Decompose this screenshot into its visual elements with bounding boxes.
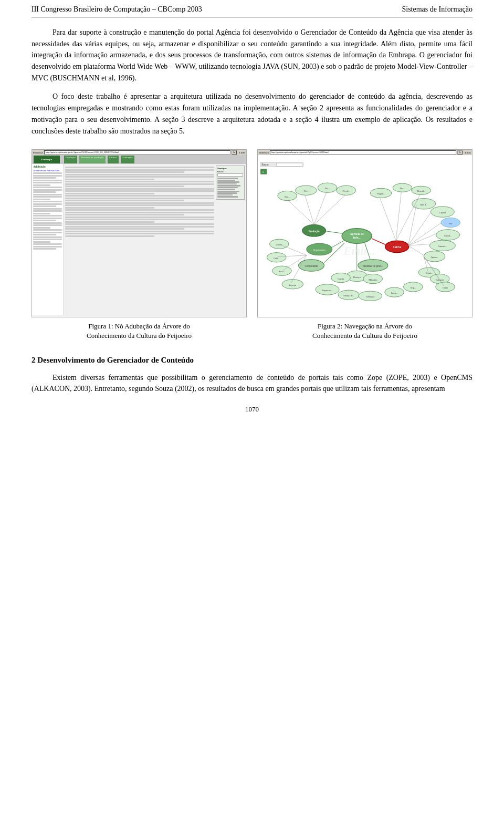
- fig1-nav-bar: Embrapa Produção Sistemas de produção Cu…: [32, 155, 246, 164]
- svg-text:Produção: Produção: [309, 230, 320, 233]
- text-line: [33, 172, 62, 174]
- svg-rect-3: [277, 163, 302, 166]
- text-line: [65, 195, 214, 197]
- text-line: [33, 191, 56, 193]
- text-line: [65, 231, 214, 232]
- text-line: [33, 177, 56, 179]
- fig2-go-button[interactable]: Ir: [457, 150, 462, 154]
- page-number: 1070: [32, 405, 472, 414]
- fig1-go-button[interactable]: Ir: [232, 150, 236, 154]
- svg-text:⌂: ⌂: [262, 170, 264, 174]
- svg-text:Domit...: Domit...: [426, 272, 433, 275]
- text-line: [65, 204, 214, 206]
- service-item: [217, 181, 239, 183]
- fig1-url-input[interactable]: http://agencia.cnptia.embrapa.br/Agencia…: [44, 150, 230, 154]
- svg-text:Caracter...: Caracter...: [438, 245, 447, 248]
- svg-text:Sistemas de prod...: Sistemas de prod...: [363, 264, 383, 267]
- svg-text:do so...: do so...: [279, 271, 285, 273]
- text-line: [33, 232, 62, 233]
- text-line: [65, 179, 154, 180]
- header-right: Sistemas de Informação: [402, 5, 472, 14]
- text-line: [33, 246, 62, 248]
- svg-text:Pós-pl...: Pós-pl...: [343, 190, 350, 193]
- text-line: [65, 200, 184, 201]
- text-line: [65, 190, 214, 192]
- svg-text:Mercad...: Mercad...: [417, 190, 425, 193]
- text-line: [65, 186, 184, 187]
- svg-text:Manejo de...: Manejo de...: [343, 294, 354, 297]
- fig2-url-input[interactable]: http://agencia.cnptia.embrapa.br/Agencia…: [270, 150, 456, 154]
- text-line: [33, 187, 62, 188]
- text-line: [65, 174, 214, 176]
- text-line: [33, 227, 50, 229]
- svg-text:Info...: Info...: [353, 236, 361, 239]
- text-line: [65, 217, 214, 218]
- text-line: [65, 219, 214, 220]
- text-line: [65, 167, 214, 168]
- svg-text:Pri...: Pri...: [304, 190, 308, 193]
- text-line: [33, 182, 62, 183]
- text-line: [33, 175, 62, 177]
- svg-text:Classif...: Classif...: [444, 234, 452, 237]
- svg-text:Emb...: Emb...: [343, 244, 375, 257]
- text-line: [65, 171, 184, 173]
- tree-svg: Busca: ⌂ Agência de Info...: [258, 155, 472, 317]
- svg-text:Preparo do...: Preparo do...: [322, 289, 333, 292]
- service-item: [217, 185, 240, 187]
- service-item: [217, 178, 238, 179]
- text-line: [65, 202, 214, 204]
- svg-text:Suprimento: Suprimento: [313, 249, 326, 252]
- svg-text:Irrig...: Irrig...: [411, 286, 416, 289]
- service-item: [217, 189, 235, 190]
- service-item: [217, 196, 238, 198]
- text-line: [65, 209, 214, 211]
- services-title: Serviços: [217, 167, 243, 170]
- text-line: [65, 212, 214, 213]
- svg-text:Doença: Doença: [353, 276, 361, 279]
- figure-1-caption: Figura 1: Nó Adubação da Árvore do Conhe…: [87, 322, 192, 341]
- text-line: [33, 224, 62, 226]
- figure-2-image: Endereço http://agencia.cnptia.embrapa.b…: [257, 149, 472, 317]
- svg-text:Máquina: Máquina: [369, 279, 377, 281]
- text-line: [65, 188, 214, 190]
- text-line: [33, 218, 62, 219]
- section-heading: 2 Desenvolvimento do Gerenciador de Cont…: [32, 356, 472, 365]
- text-line: [33, 208, 62, 210]
- fig1-services-box: Serviços Busca:: [216, 166, 245, 200]
- svg-text:Genas: Genas: [443, 286, 448, 289]
- figure-2-caption: Figura 2: Navegação na Árvore do Conheci…: [312, 322, 417, 341]
- svg-text:Culti...: Culti...: [274, 257, 279, 260]
- text-line: [33, 184, 50, 186]
- text-line: [65, 183, 214, 185]
- svg-text:Fás...: Fás...: [325, 187, 330, 190]
- text-line: [33, 222, 62, 224]
- text-line: [33, 199, 50, 200]
- figure-1-browser: Endereço http://agencia.cnptia.embrapa.b…: [32, 150, 246, 317]
- text-line: [33, 243, 62, 245]
- service-item: [217, 191, 239, 192]
- text-line: [65, 181, 214, 182]
- text-line: [65, 169, 214, 171]
- svg-text:Agência de: Agência de: [350, 232, 364, 235]
- header-left: III Congresso Brasileiro de Computação –…: [32, 5, 202, 14]
- svg-text:Busca:: Busca:: [261, 163, 269, 167]
- svg-text:Mão d...: Mão d...: [420, 203, 427, 206]
- svg-text:Tran...: Tran...: [285, 195, 290, 198]
- text-line: [33, 196, 62, 198]
- text-line: [33, 201, 62, 202]
- text-line: [33, 241, 50, 243]
- svg-text:Componenti: Componenti: [304, 264, 318, 267]
- service-item: [217, 194, 233, 196]
- service-item: [217, 192, 237, 194]
- svg-text:p-com: p-com: [277, 244, 282, 246]
- text-line: [65, 228, 184, 230]
- text-line: [33, 203, 62, 205]
- text-line: [33, 210, 62, 212]
- service-item: [217, 183, 237, 185]
- svg-text:Quinm...: Quinm...: [430, 256, 438, 259]
- text-line: [33, 189, 62, 191]
- text-line: [33, 205, 56, 207]
- figure-2-block: Endereço http://agencia.cnptia.embrapa.b…: [257, 149, 472, 341]
- text-line: [65, 223, 214, 225]
- text-line: [33, 194, 62, 195]
